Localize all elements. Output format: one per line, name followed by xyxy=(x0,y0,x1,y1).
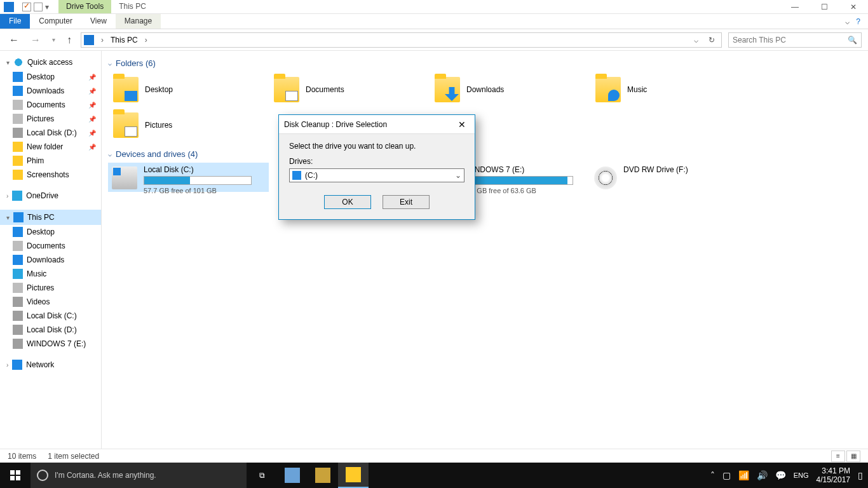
sidebar-network[interactable]: › Network xyxy=(0,357,101,372)
folder-tile[interactable]: Downloads xyxy=(430,72,590,107)
sidebar-item[interactable]: Pictures📌 xyxy=(0,112,101,126)
sidebar-item[interactable]: Screenshots xyxy=(0,168,101,182)
tray-chevron-icon[interactable]: ˄ xyxy=(710,470,715,480)
drives-dropdown[interactable]: (C:) ⌄ xyxy=(289,168,465,182)
item-label: Local Disk (D:) xyxy=(27,128,77,137)
up-button[interactable]: ↑ xyxy=(64,34,74,46)
back-button[interactable]: ← xyxy=(6,34,22,46)
drive-tile[interactable]: Local Disk (C:)57.7 GB free of 101 GB xyxy=(108,163,269,192)
language-indicator[interactable]: ENG xyxy=(794,471,809,479)
recent-dropdown[interactable]: ▾ xyxy=(50,36,58,43)
drive-icon xyxy=(594,166,617,189)
qat-properties-icon[interactable] xyxy=(22,3,31,11)
sidebar-item[interactable]: Downloads📌 xyxy=(0,84,101,98)
dialog-titlebar[interactable]: Disk Cleanup : Drive Selection ✕ xyxy=(279,115,475,134)
sidebar-this-pc[interactable]: ▾ This PC xyxy=(0,210,101,225)
cortana-placeholder: I'm Cortana. Ask me anything. xyxy=(55,471,156,480)
cortana-search[interactable]: I'm Cortana. Ask me anything. xyxy=(31,463,247,488)
sidebar-item[interactable]: Videos xyxy=(0,295,101,309)
folder-icon xyxy=(113,112,139,138)
main-area: ▾ Quick access Desktop📌Downloads📌Documen… xyxy=(0,51,868,449)
folder-label: Pictures xyxy=(145,121,172,130)
item-icon xyxy=(13,325,23,335)
sidebar-item[interactable]: Phim xyxy=(0,154,101,168)
drive-icon xyxy=(112,166,137,189)
folder-tile[interactable]: Pictures xyxy=(108,107,269,143)
tab-view[interactable]: View xyxy=(81,14,116,29)
drive-tile[interactable]: DVD RW Drive (F:) xyxy=(590,163,751,192)
notifications-icon[interactable]: 💬 xyxy=(775,470,786,480)
battery-icon[interactable]: ▢ xyxy=(722,470,731,480)
sidebar-item[interactable]: Desktop📌 xyxy=(0,70,101,84)
taskbar-explorer[interactable] xyxy=(338,463,369,488)
item-icon xyxy=(13,86,23,96)
details-view-button[interactable]: ≡ xyxy=(831,451,845,462)
dialog-close-button[interactable]: ✕ xyxy=(454,118,470,131)
action-center-icon[interactable]: ▯ xyxy=(858,470,863,480)
qat-dropdown-icon[interactable]: ▾ xyxy=(45,3,49,11)
tab-drive-tools[interactable]: Drive Tools xyxy=(58,0,111,13)
sidebar-item[interactable]: Local Disk (D:) xyxy=(0,323,101,337)
tiles-view-button[interactable]: ▦ xyxy=(846,451,860,462)
wifi-icon[interactable]: 📶 xyxy=(738,470,749,480)
item-icon xyxy=(13,142,23,152)
search-box[interactable]: 🔍 xyxy=(728,32,862,48)
minimize-button[interactable]: — xyxy=(780,0,810,13)
group-folders-header[interactable]: ⌵ Folders (6) xyxy=(108,56,862,72)
chevron-right-icon: › xyxy=(6,193,8,200)
sidebar-item[interactable]: Local Disk (C:) xyxy=(0,309,101,323)
item-icon xyxy=(13,269,23,279)
sidebar-item[interactable]: Documents📌 xyxy=(0,98,101,112)
view-toggles: ≡ ▦ xyxy=(831,451,860,462)
close-button[interactable]: ✕ xyxy=(839,0,868,13)
folder-label: Documents xyxy=(306,85,344,94)
item-icon xyxy=(13,241,23,251)
maximize-button[interactable]: ☐ xyxy=(810,0,839,13)
help-icon[interactable]: ? xyxy=(856,17,860,26)
search-icon[interactable]: 🔍 xyxy=(848,36,857,44)
folder-tile[interactable]: Documents xyxy=(269,72,430,107)
sidebar-item[interactable]: Pictures xyxy=(0,281,101,295)
ribbon-expand-icon[interactable]: ⌵ xyxy=(845,17,850,26)
tab-computer[interactable]: Computer xyxy=(30,14,81,29)
address-dropdown-icon[interactable]: ⌵ xyxy=(691,36,701,44)
sidebar-onedrive[interactable]: › OneDrive xyxy=(0,188,101,203)
refresh-button[interactable]: ↻ xyxy=(705,36,719,44)
sidebar-item[interactable]: WINDOWS 7 (E:) xyxy=(0,337,101,351)
qat-newfolder-icon[interactable] xyxy=(34,3,43,11)
sidebar-quick-access[interactable]: ▾ Quick access xyxy=(0,55,101,70)
folder-label: Music xyxy=(627,85,647,94)
tab-manage[interactable]: Manage xyxy=(116,14,161,29)
quick-access-toolbar: ▾ xyxy=(0,0,58,13)
sidebar-item[interactable]: Downloads xyxy=(0,253,101,267)
sidebar-item[interactable]: Local Disk (D:)📌 xyxy=(0,126,101,140)
dialog-buttons: OK Exit xyxy=(289,195,465,209)
capacity-bar xyxy=(144,176,252,185)
exit-button[interactable]: Exit xyxy=(383,195,430,209)
sidebar-item[interactable]: New folder📌 xyxy=(0,140,101,154)
tab-file[interactable]: File xyxy=(0,14,30,29)
chevron-down-icon: ▾ xyxy=(6,59,10,66)
sidebar-item[interactable]: Desktop xyxy=(0,225,101,239)
sidebar-item[interactable]: Documents xyxy=(0,239,101,253)
start-button[interactable] xyxy=(0,463,31,488)
folder-label: Downloads xyxy=(466,85,504,94)
item-icon xyxy=(13,283,23,293)
ok-button[interactable]: OK xyxy=(324,195,371,209)
chevron-right-icon[interactable]: › xyxy=(142,36,151,44)
group-drives-header[interactable]: ⌵ Devices and drives (4) xyxy=(108,147,862,163)
chevron-right-icon[interactable]: › xyxy=(98,36,107,44)
clock[interactable]: 3:41 PM 4/15/2017 xyxy=(817,466,850,485)
volume-icon[interactable]: 🔊 xyxy=(757,470,768,480)
address-bar[interactable]: › This PC › ⌵ ↻ xyxy=(81,32,722,48)
sidebar-label: Quick access xyxy=(27,58,72,67)
taskbar-app[interactable] xyxy=(308,463,338,488)
task-view-button[interactable]: ⧉ xyxy=(247,463,277,488)
forward-button[interactable]: → xyxy=(28,34,43,46)
taskbar-app[interactable] xyxy=(277,463,308,488)
folder-tile[interactable]: Music xyxy=(590,72,751,107)
search-input[interactable] xyxy=(733,36,848,44)
folder-tile[interactable]: Desktop xyxy=(108,72,269,107)
sidebar-item[interactable]: Music xyxy=(0,267,101,281)
breadcrumb-location[interactable]: This PC xyxy=(111,36,138,44)
